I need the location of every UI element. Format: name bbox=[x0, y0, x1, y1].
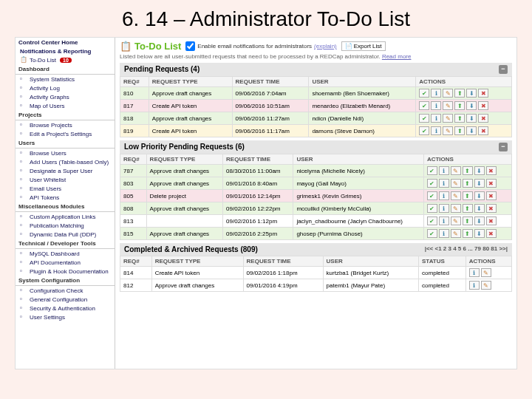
sidebar-item[interactable]: ▫Configuration Check bbox=[16, 286, 115, 295]
action-button[interactable]: ℹ bbox=[439, 166, 449, 175]
action-button[interactable]: ℹ bbox=[439, 204, 449, 213]
col-req[interactable]: REQ# bbox=[120, 154, 147, 165]
action-button[interactable]: ✔ bbox=[427, 179, 437, 188]
action-button[interactable]: ✖ bbox=[486, 204, 497, 213]
collapse-button[interactable]: − bbox=[499, 65, 508, 74]
action-button[interactable]: ℹ bbox=[431, 101, 441, 110]
sidebar-item[interactable]: ▫API Tokens bbox=[16, 193, 115, 202]
col-req[interactable]: REQ# bbox=[120, 77, 149, 87]
action-button[interactable]: ℹ bbox=[469, 268, 480, 277]
action-button[interactable]: ⬆ bbox=[463, 179, 473, 188]
action-button[interactable]: ℹ bbox=[439, 216, 449, 225]
export-button[interactable]: 📄 Export List bbox=[341, 41, 386, 51]
sidebar-item[interactable]: ▫Map of Users bbox=[16, 101, 115, 110]
action-button[interactable]: ✔ bbox=[427, 166, 437, 175]
action-button[interactable]: ✎ bbox=[451, 166, 461, 175]
action-button[interactable]: ✎ bbox=[451, 204, 461, 213]
action-button[interactable]: ✖ bbox=[486, 229, 497, 238]
sidebar-item[interactable]: ▫Custom Application Links bbox=[16, 212, 115, 221]
action-button[interactable]: ✖ bbox=[478, 114, 488, 123]
sidebar-item[interactable]: ▫Publication Matching bbox=[16, 221, 115, 230]
action-button[interactable]: ✖ bbox=[486, 191, 497, 200]
col-req[interactable]: REQ# bbox=[120, 256, 152, 267]
action-button[interactable]: ✖ bbox=[486, 179, 497, 188]
action-button[interactable]: ⬇ bbox=[466, 114, 477, 123]
col-user[interactable]: USER bbox=[309, 77, 416, 87]
collapse-button[interactable]: − bbox=[499, 143, 508, 151]
action-button[interactable]: ⬆ bbox=[463, 216, 473, 225]
action-button[interactable]: ✎ bbox=[451, 191, 461, 200]
action-button[interactable]: ✎ bbox=[443, 89, 453, 98]
action-button[interactable]: ℹ bbox=[469, 281, 480, 290]
action-button[interactable]: ⬇ bbox=[474, 229, 485, 238]
enable-email-checkbox[interactable] bbox=[185, 41, 195, 51]
action-button[interactable]: ⬇ bbox=[474, 166, 485, 175]
action-button[interactable]: ⬇ bbox=[474, 216, 485, 225]
action-button[interactable]: ✖ bbox=[486, 166, 497, 175]
action-button[interactable]: ✔ bbox=[419, 101, 429, 110]
action-button[interactable]: ✔ bbox=[419, 126, 429, 135]
action-button[interactable]: ℹ bbox=[431, 114, 441, 123]
action-button[interactable]: ✎ bbox=[443, 101, 453, 110]
sidebar-item[interactable]: ▫Browse Projects bbox=[16, 120, 115, 129]
action-button[interactable]: ⬆ bbox=[463, 166, 473, 175]
action-button[interactable]: ⬇ bbox=[474, 191, 485, 200]
action-button[interactable]: ℹ bbox=[439, 229, 449, 238]
action-button[interactable]: ✔ bbox=[419, 114, 429, 123]
sidebar-item[interactable]: ▫Plugin & Hook Documentation bbox=[16, 267, 115, 276]
sidebar-item[interactable]: ▫Activity Graphs bbox=[16, 92, 115, 101]
action-button[interactable]: ✔ bbox=[427, 191, 437, 200]
sidebar-item[interactable]: ▫Add Users (Table-based Only) bbox=[16, 157, 115, 166]
action-button[interactable]: ℹ bbox=[431, 89, 441, 98]
action-button[interactable]: ⬆ bbox=[454, 114, 465, 123]
sidebar-item[interactable]: ▫Designate a Super User bbox=[16, 166, 115, 175]
action-button[interactable]: ✎ bbox=[481, 281, 491, 290]
action-button[interactable]: ℹ bbox=[431, 126, 441, 135]
action-button[interactable]: ✔ bbox=[427, 216, 437, 225]
readmore-link[interactable]: Read more bbox=[382, 53, 412, 60]
action-button[interactable]: ⬆ bbox=[463, 191, 473, 200]
sidebar-item[interactable]: ▫General Configuration bbox=[16, 295, 115, 304]
action-button[interactable]: ⬆ bbox=[454, 126, 465, 135]
action-button[interactable]: ✎ bbox=[443, 126, 453, 135]
action-button[interactable]: ℹ bbox=[439, 179, 449, 188]
action-button[interactable]: ✖ bbox=[486, 216, 497, 225]
sidebar-todo-item[interactable]: 📋 To-Do List 10 bbox=[16, 55, 115, 64]
col-time[interactable]: REQUEST TIME bbox=[232, 77, 309, 87]
action-button[interactable]: ⬇ bbox=[474, 179, 485, 188]
sidebar-item[interactable]: ▫API Documentation bbox=[16, 258, 115, 267]
pager[interactable]: |<< <1 2 3 4 5 6 ... 79 80 81 >>| bbox=[425, 245, 508, 253]
action-button[interactable]: ⬆ bbox=[463, 229, 473, 238]
action-button[interactable]: ✔ bbox=[427, 204, 437, 213]
sidebar-item[interactable]: ▫MySQL Dashboard bbox=[16, 249, 115, 258]
action-button[interactable]: ⬇ bbox=[466, 126, 477, 135]
action-button[interactable]: ⬆ bbox=[463, 204, 473, 213]
action-button[interactable]: ℹ bbox=[439, 191, 449, 200]
action-button[interactable]: ✎ bbox=[481, 268, 491, 277]
action-button[interactable]: ✔ bbox=[427, 229, 437, 238]
col-type[interactable]: REQUEST TYPE bbox=[149, 77, 232, 87]
col-time[interactable]: REQUEST TIME bbox=[223, 154, 293, 165]
action-button[interactable]: ⬇ bbox=[466, 89, 477, 98]
col-type[interactable]: REQUEST TYPE bbox=[151, 256, 243, 267]
action-button[interactable]: ✖ bbox=[478, 101, 488, 110]
action-button[interactable]: ⬆ bbox=[454, 89, 465, 98]
col-type[interactable]: REQUEST TYPE bbox=[146, 154, 222, 165]
sidebar-item[interactable]: ▫Browse Users bbox=[16, 149, 115, 157]
action-button[interactable]: ⬇ bbox=[466, 101, 477, 110]
col-user[interactable]: USER bbox=[323, 256, 418, 267]
action-button[interactable]: ✖ bbox=[478, 89, 488, 98]
action-button[interactable]: ✖ bbox=[478, 126, 488, 135]
col-user[interactable]: USER bbox=[293, 154, 424, 165]
action-button[interactable]: ✎ bbox=[443, 114, 453, 123]
action-button[interactable]: ✔ bbox=[419, 89, 429, 98]
action-button[interactable]: ⬇ bbox=[474, 204, 485, 213]
sidebar-item[interactable]: ▫System Statistics bbox=[16, 75, 115, 83]
action-button[interactable]: ✎ bbox=[451, 216, 461, 225]
action-button[interactable]: ✎ bbox=[451, 229, 461, 238]
sidebar-item[interactable]: ▫Activity Log bbox=[16, 83, 115, 92]
explain-link[interactable]: (explain) bbox=[314, 43, 337, 50]
sidebar-top[interactable]: Control Center Home bbox=[16, 38, 115, 47]
sidebar-item[interactable]: ▫Email Users bbox=[16, 184, 115, 193]
sidebar-item[interactable]: ▫User Settings bbox=[16, 313, 115, 321]
